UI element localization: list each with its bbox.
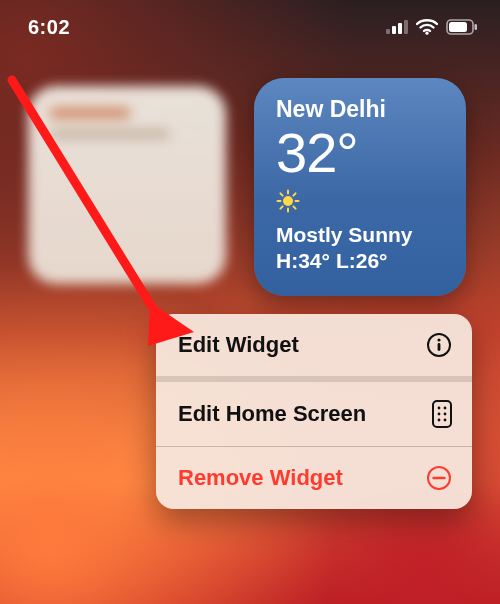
svg-point-8 — [283, 196, 293, 206]
svg-rect-20 — [433, 401, 451, 427]
svg-point-4 — [425, 32, 428, 35]
svg-rect-6 — [449, 22, 467, 32]
cellular-signal-icon — [386, 20, 408, 34]
weather-temperature: 32° — [276, 125, 444, 181]
weather-low: L:26° — [336, 249, 388, 272]
weather-high: H:34° — [276, 249, 330, 272]
svg-point-24 — [444, 413, 447, 416]
status-time: 6:02 — [28, 16, 70, 39]
weather-condition: Mostly Sunny — [276, 223, 444, 247]
svg-point-22 — [444, 407, 447, 410]
apps-grid-icon — [432, 400, 452, 428]
svg-point-18 — [437, 338, 440, 341]
svg-line-14 — [293, 206, 295, 208]
svg-line-16 — [293, 193, 295, 195]
svg-rect-7 — [475, 24, 478, 30]
wifi-icon — [416, 19, 438, 35]
svg-point-26 — [444, 419, 447, 422]
menu-item-edit-home-screen[interactable]: Edit Home Screen — [156, 382, 472, 447]
svg-rect-3 — [404, 20, 408, 34]
svg-rect-1 — [392, 26, 396, 34]
weather-high-low: H:34°L:26° — [276, 249, 444, 273]
menu-item-edit-widget[interactable]: Edit Widget — [156, 314, 472, 382]
info-circle-icon — [426, 332, 452, 358]
svg-rect-2 — [398, 23, 402, 34]
svg-line-13 — [280, 193, 282, 195]
menu-item-label: Edit Home Screen — [178, 401, 366, 427]
svg-rect-0 — [386, 29, 390, 34]
svg-point-25 — [438, 419, 441, 422]
notes-widget-blurred — [28, 86, 226, 284]
menu-item-remove-widget[interactable]: Remove Widget — [156, 447, 472, 509]
status-right-cluster — [386, 19, 478, 35]
weather-location: New Delhi — [276, 96, 444, 123]
weather-widget[interactable]: New Delhi 32° Mostly Sunny H:34°L:26° — [254, 78, 466, 296]
sun-icon — [276, 189, 300, 217]
svg-point-23 — [438, 413, 441, 416]
svg-point-21 — [438, 407, 441, 410]
battery-icon — [446, 19, 478, 35]
widget-context-menu: Edit Widget Edit Home Screen Remove Widg… — [156, 314, 472, 509]
minus-circle-icon — [426, 465, 452, 491]
menu-item-label: Remove Widget — [178, 465, 343, 491]
status-bar: 6:02 — [0, 0, 500, 54]
svg-line-15 — [280, 206, 282, 208]
svg-rect-19 — [438, 343, 441, 351]
menu-item-label: Edit Widget — [178, 332, 299, 358]
